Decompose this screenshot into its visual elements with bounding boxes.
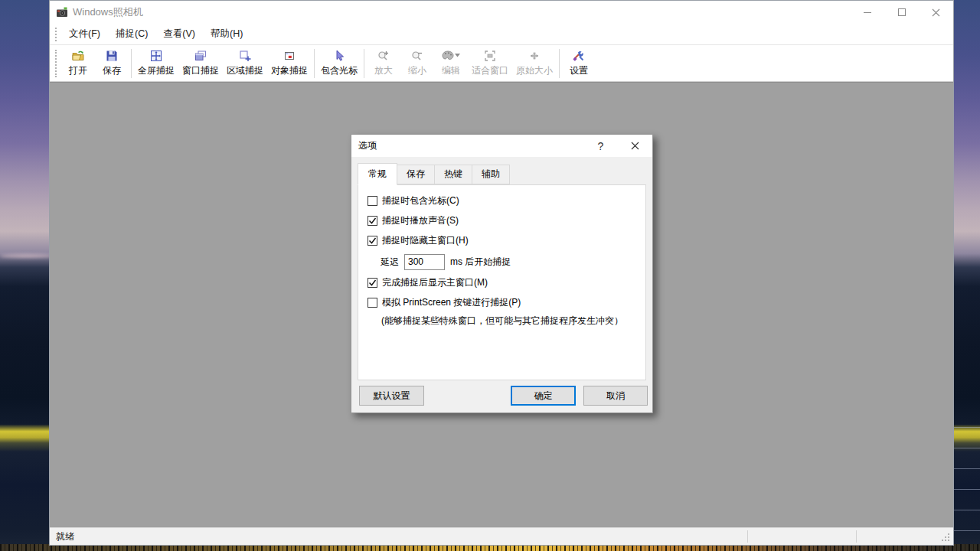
zoom-in-icon: [377, 50, 390, 62]
dialog-title: 选项: [358, 139, 377, 152]
status-text: 就绪: [56, 530, 74, 543]
checkbox-checked[interactable]: [368, 278, 377, 288]
help-icon: ?: [598, 140, 604, 152]
dialog-close-button[interactable]: [618, 135, 652, 157]
general-tab-panel: 捕捉时包含光标(C) 捕捉时播放声音(S) 捕捉时隐藏主窗口(H) 延迟 ms …: [358, 184, 646, 380]
capture-delay-row: 延迟 ms 后开始捕捉: [381, 253, 638, 270]
window-titlebar[interactable]: Windows照相机: [50, 1, 953, 24]
toolbar-separator: [314, 49, 315, 78]
zoom-in-button[interactable]: 放大: [367, 48, 400, 79]
default-settings-button[interactable]: 默认设置: [359, 386, 424, 406]
include-cursor-button[interactable]: 包含光标: [317, 48, 361, 79]
dropdown-arrow-icon: [455, 54, 460, 57]
toolbar-label: 编辑: [442, 64, 460, 77]
menu-bar: 文件(F) 捕捉(C) 查看(V) 帮助(H): [50, 24, 953, 45]
original-size-button[interactable]: 原始大小: [512, 48, 557, 79]
menu-help[interactable]: 帮助(H): [203, 24, 250, 44]
cancel-button[interactable]: 取消: [583, 386, 648, 406]
toolbar-label: 适合窗口: [472, 64, 508, 77]
toolbar-label: 设置: [570, 64, 588, 77]
zoom-out-icon: [411, 50, 423, 62]
toolbar: 打开 保存 全屏捕捉 窗口捕捉: [50, 45, 953, 82]
toolbar-separator: [559, 49, 560, 78]
delay-ms-input[interactable]: [404, 254, 445, 270]
tab-assist[interactable]: 辅助: [472, 165, 510, 184]
tab-general[interactable]: 常规: [358, 163, 397, 185]
zoom-out-button[interactable]: 缩小: [400, 48, 434, 79]
toolbar-label: 保存: [103, 64, 121, 77]
fullscreen-capture-icon: [150, 50, 162, 62]
dialog-titlebar[interactable]: 选项 ?: [351, 135, 652, 157]
tab-save[interactable]: 保存: [397, 165, 435, 184]
option-simulate-printscreen[interactable]: 模拟 PrintScreen 按键进行捕捉(P): [368, 295, 638, 309]
checkbox-unchecked[interactable]: [368, 298, 377, 308]
open-folder-icon: [72, 50, 84, 62]
statusbar-divider: [747, 530, 748, 543]
option-include-cursor[interactable]: 捕捉时包含光标(C): [368, 194, 638, 207]
menu-file[interactable]: 文件(F): [61, 24, 108, 44]
option-label[interactable]: 捕捉时播放声音(S): [382, 214, 459, 227]
settings-button[interactable]: 设置: [562, 48, 596, 79]
toolbar-separator: [364, 49, 364, 78]
toolbar-label: 打开: [69, 64, 87, 77]
toolbar-label: 对象捕捉: [271, 64, 308, 77]
printscreen-note: (能够捕捉某些特殊窗口，但可能与其它捕捉程序发生冲突）: [381, 315, 638, 327]
cloud-streak: [0, 254, 54, 258]
window-controls: [850, 1, 953, 24]
toolbar-label: 原始大小: [516, 64, 553, 77]
close-icon: [631, 142, 639, 150]
fullscreen-capture-button[interactable]: 全屏捕捉: [134, 48, 178, 79]
tab-hotkeys[interactable]: 热键: [434, 165, 472, 184]
toolbar-label: 全屏捕捉: [138, 64, 175, 77]
checkbox-checked[interactable]: [368, 236, 377, 246]
save-icon: [106, 50, 118, 62]
statusbar-divider: [856, 530, 857, 543]
open-button[interactable]: 打开: [61, 48, 95, 79]
toolbar-grip-handle[interactable]: [55, 50, 57, 77]
menu-view[interactable]: 查看(V): [155, 24, 203, 44]
toolbar-label: 区域捕捉: [227, 64, 263, 77]
fit-window-button[interactable]: 适合窗口: [468, 48, 512, 79]
object-capture-button[interactable]: 对象捕捉: [267, 48, 312, 79]
option-label[interactable]: 模拟 PrintScreen 按键进行捕捉(P): [382, 296, 521, 309]
delay-suffix-label: ms 后开始捕捉: [450, 256, 511, 269]
toolbar-separator: [131, 49, 132, 78]
minimize-icon: [864, 12, 871, 13]
option-label[interactable]: 捕捉时包含光标(C): [382, 194, 459, 207]
save-button[interactable]: 保存: [95, 48, 129, 79]
maximize-button[interactable]: [884, 1, 919, 24]
maximize-icon: [898, 8, 906, 16]
option-label[interactable]: 捕捉时隐藏主窗口(H): [382, 234, 469, 247]
minimize-button[interactable]: [850, 1, 884, 24]
edit-palette-icon: [442, 50, 454, 62]
dialog-footer: 默认设置 确定 取消: [351, 386, 652, 406]
window-title: Windows照相机: [73, 5, 143, 19]
include-cursor-icon: [333, 50, 345, 62]
ok-button[interactable]: 确定: [511, 386, 576, 406]
window-capture-button[interactable]: 窗口捕捉: [178, 48, 223, 79]
status-bar: 就绪: [50, 527, 953, 545]
dialog-help-button[interactable]: ?: [583, 135, 618, 157]
menu-capture[interactable]: 捕捉(C): [108, 24, 155, 44]
option-show-window-after[interactable]: 完成捕捉后显示主窗口(M): [368, 276, 638, 289]
region-capture-button[interactable]: 区域捕捉: [223, 48, 267, 79]
close-icon: [932, 8, 940, 17]
option-hide-main-window[interactable]: 捕捉时隐藏主窗口(H): [368, 233, 638, 247]
original-size-icon: [528, 50, 541, 62]
toolbar-label: 包含光标: [321, 64, 358, 77]
dialog-tab-strip: 常规 保存 热键 辅助: [358, 163, 646, 184]
edit-button[interactable]: 编辑: [434, 48, 468, 79]
checkbox-unchecked[interactable]: [368, 196, 377, 206]
object-capture-icon: [283, 50, 296, 62]
option-label[interactable]: 完成捕捉后显示主窗口(M): [382, 276, 488, 289]
option-play-sound[interactable]: 捕捉时播放声音(S): [368, 214, 638, 227]
menubar-grip-handle[interactable]: [55, 28, 57, 41]
close-button[interactable]: [919, 1, 953, 24]
checkbox-checked[interactable]: [368, 216, 377, 226]
water-reflection-streaks: [952, 417, 980, 532]
app-camera-icon: [56, 6, 68, 18]
options-dialog: 选项 ? 常规 保存 热键 辅助 捕捉时包含光标(C) 捕: [351, 134, 653, 413]
resize-grip[interactable]: [941, 533, 951, 543]
dialog-caption-buttons: ?: [583, 135, 652, 157]
window-capture-icon: [194, 50, 207, 62]
